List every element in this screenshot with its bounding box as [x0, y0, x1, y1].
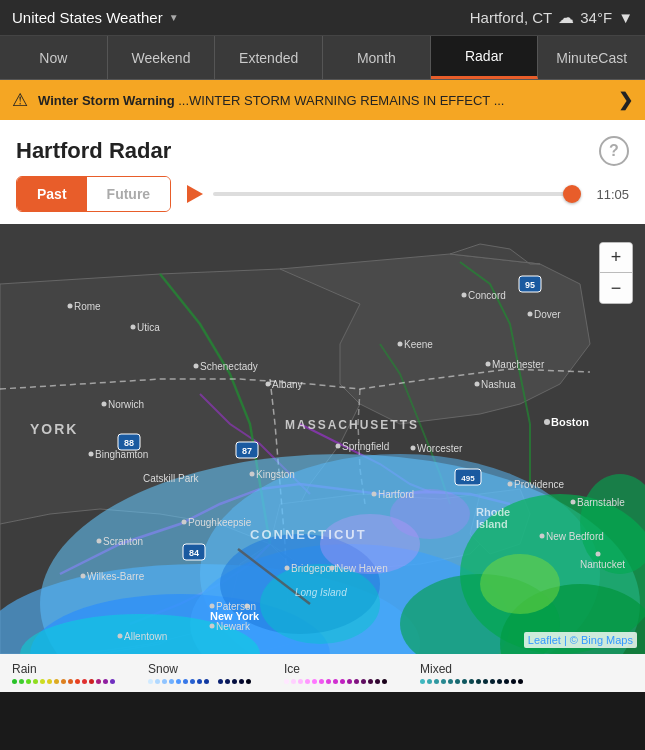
- svg-text:Long Island: Long Island: [295, 587, 347, 598]
- weather-info: Hartford, CT ☁ 34°F ▼: [470, 8, 633, 27]
- playback-controls: 11:05: [183, 185, 629, 203]
- tab-now[interactable]: Now: [0, 36, 108, 79]
- tab-radar[interactable]: Radar: [431, 36, 539, 79]
- tab-month[interactable]: Month: [323, 36, 431, 79]
- svg-text:Wilkes-Barre: Wilkes-Barre: [87, 571, 145, 582]
- timeline-slider[interactable]: [213, 192, 581, 196]
- map-container[interactable]: 95 88 87 84 495 YORK MASSACHUSETTS CONNE…: [0, 224, 645, 654]
- svg-text:Nashua: Nashua: [481, 379, 516, 390]
- svg-point-32: [68, 304, 73, 309]
- svg-point-56: [336, 444, 341, 449]
- svg-text:Norwich: Norwich: [108, 399, 144, 410]
- legend-ice-label: Ice: [284, 662, 404, 676]
- svg-text:Providence: Providence: [514, 479, 564, 490]
- legend-mixed-label: Mixed: [420, 662, 540, 676]
- svg-text:495: 495: [461, 474, 475, 483]
- svg-text:95: 95: [525, 280, 535, 290]
- zoom-in-button[interactable]: +: [600, 243, 632, 273]
- svg-text:87: 87: [242, 446, 252, 456]
- time-label: 11:05: [591, 187, 629, 202]
- svg-point-61: [250, 472, 255, 477]
- legend: Rain Snow: [0, 654, 645, 692]
- svg-text:CONNECTICUT: CONNECTICUT: [250, 527, 367, 542]
- svg-text:Poughkeepsie: Poughkeepsie: [188, 517, 252, 528]
- radar-title: Hartford Radar: [16, 138, 171, 164]
- legend-snow: Snow: [148, 662, 268, 684]
- legend-rain: Rain: [12, 662, 132, 684]
- svg-point-71: [97, 539, 102, 544]
- svg-text:Boston: Boston: [551, 416, 589, 428]
- svg-text:Nantucket: Nantucket: [580, 559, 625, 570]
- svg-text:88: 88: [124, 438, 134, 448]
- svg-point-90: [118, 634, 123, 639]
- svg-point-52: [544, 419, 550, 425]
- svg-point-13: [480, 554, 560, 614]
- help-button[interactable]: ?: [599, 136, 629, 166]
- past-button[interactable]: Past: [17, 177, 87, 211]
- svg-point-58: [411, 446, 416, 451]
- svg-text:Schenectady: Schenectady: [200, 361, 258, 372]
- slider-thumb: [563, 185, 581, 203]
- svg-point-81: [81, 574, 86, 579]
- svg-point-86: [210, 604, 215, 609]
- warning-arrow-icon: ❯: [618, 89, 633, 111]
- svg-point-34: [131, 325, 136, 330]
- svg-text:Worcester: Worcester: [417, 443, 463, 454]
- svg-point-73: [285, 566, 290, 571]
- svg-text:Barnstable: Barnstable: [577, 497, 625, 508]
- location-selector[interactable]: United States Weather ▼: [12, 9, 179, 26]
- svg-point-42: [266, 382, 271, 387]
- header: United States Weather ▼ Hartford, CT ☁ 3…: [0, 0, 645, 36]
- svg-point-77: [540, 534, 545, 539]
- warning-banner[interactable]: ⚠ Winter Storm Warning ...WINTER STORM W…: [0, 80, 645, 120]
- future-button[interactable]: Future: [87, 177, 171, 211]
- svg-text:Scranton: Scranton: [103, 536, 143, 547]
- nav-tabs: Now Weekend Extended Month Radar MinuteC…: [0, 36, 645, 80]
- svg-text:84: 84: [189, 548, 199, 558]
- svg-text:YORK: YORK: [30, 421, 78, 437]
- svg-text:Dover: Dover: [534, 309, 561, 320]
- svg-text:Concord: Concord: [468, 290, 506, 301]
- svg-text:Island: Island: [476, 518, 508, 530]
- warning-icon: ⚠: [12, 89, 28, 111]
- svg-text:Catskill Park: Catskill Park: [143, 473, 200, 484]
- svg-point-50: [102, 402, 107, 407]
- svg-text:Albany: Albany: [272, 379, 303, 390]
- warning-text: Winter Storm Warning ...WINTER STORM WAR…: [38, 93, 608, 108]
- zoom-controls: + −: [599, 242, 633, 304]
- location-label: Hartford, CT: [470, 9, 553, 26]
- legend-ice-scale: [284, 679, 404, 684]
- svg-point-8: [260, 564, 380, 644]
- svg-point-40: [194, 364, 199, 369]
- svg-text:Rhode: Rhode: [476, 506, 510, 518]
- svg-text:New Bedford: New Bedford: [546, 531, 604, 542]
- play-button[interactable]: [187, 185, 203, 203]
- svg-text:Hartford: Hartford: [378, 489, 414, 500]
- svg-text:Rome: Rome: [74, 301, 101, 312]
- svg-text:Keene: Keene: [404, 339, 433, 350]
- legend-rain-scale: [12, 679, 132, 684]
- past-future-toggle: Past Future: [16, 176, 171, 212]
- svg-point-38: [528, 312, 533, 317]
- zoom-out-button[interactable]: −: [600, 273, 632, 303]
- svg-point-69: [182, 520, 187, 525]
- svg-text:New Haven: New Haven: [336, 563, 388, 574]
- svg-point-46: [486, 362, 491, 367]
- svg-text:Kingston: Kingston: [256, 469, 295, 480]
- svg-point-63: [508, 482, 513, 487]
- svg-text:Binghamton: Binghamton: [95, 449, 148, 460]
- legend-mixed-scale: [420, 679, 540, 684]
- tab-weekend[interactable]: Weekend: [108, 36, 216, 79]
- svg-point-67: [571, 500, 576, 505]
- tab-minutecast[interactable]: MinuteCast: [538, 36, 645, 79]
- map-attribution[interactable]: Leaflet | © Bing Maps: [524, 632, 637, 648]
- tab-extended[interactable]: Extended: [215, 36, 323, 79]
- legend-ice: Ice: [284, 662, 404, 684]
- svg-text:MASSACHUSETTS: MASSACHUSETTS: [285, 418, 419, 432]
- dropdown-chevron-icon: ▼: [169, 12, 179, 23]
- controls-row: Past Future 11:05: [0, 176, 645, 224]
- svg-text:Springfield: Springfield: [342, 441, 389, 452]
- svg-point-48: [475, 382, 480, 387]
- temperature-display: 34°F: [580, 9, 612, 26]
- legend-mixed: Mixed: [420, 662, 540, 684]
